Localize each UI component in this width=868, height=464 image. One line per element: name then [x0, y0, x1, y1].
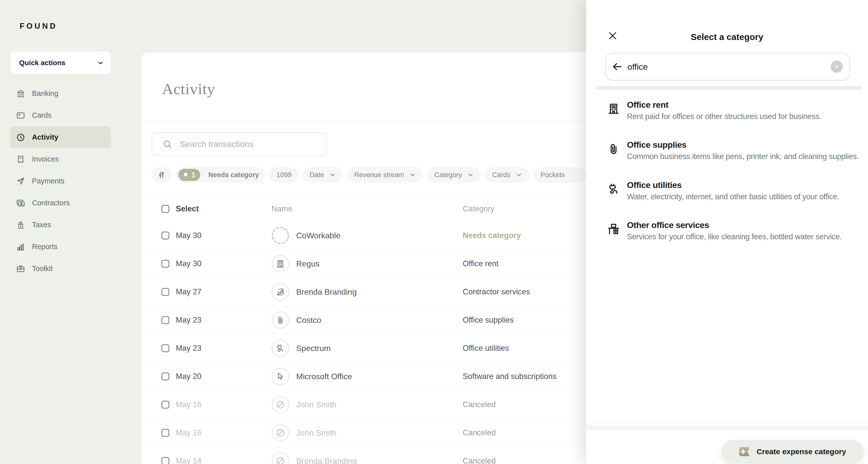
sidebar-item-banking[interactable]: Banking [10, 82, 111, 104]
sidebar-item-label: Contractors [32, 199, 70, 207]
sidebar-item-payments[interactable]: Payments [10, 170, 111, 192]
needs-category-badge: 1 [178, 169, 200, 181]
filters-button[interactable] [151, 167, 171, 183]
quick-actions-button[interactable]: Quick actions [10, 52, 111, 74]
slash-icon [272, 396, 289, 413]
transaction-name: Brenda Branding [296, 287, 357, 296]
search-transactions-input[interactable] [180, 139, 319, 149]
category-option-office-rent[interactable]: Office rent Rent paid for offices or oth… [607, 99, 858, 122]
category-option-office-supplies[interactable]: Office supplies Common business items li… [607, 139, 858, 162]
sidebar-item-label: Activity [32, 133, 58, 141]
transaction-name: Costco [296, 315, 321, 325]
chip-date[interactable]: Date [303, 167, 343, 183]
row-checkbox[interactable] [161, 429, 169, 437]
chip-1099[interactable]: 1099 [270, 167, 298, 183]
chip-label: Date [310, 171, 324, 179]
clear-search-button[interactable] [831, 61, 843, 73]
chip-pockets[interactable]: Pockets [534, 167, 586, 183]
sidebar-item-label: Banking [32, 89, 58, 98]
transaction-category: Canceled [463, 428, 496, 437]
found-logo: FOUND [20, 22, 57, 31]
transaction-date: May 30 [176, 231, 202, 240]
search-transactions [152, 132, 327, 156]
transaction-category: Office utilities [463, 344, 509, 353]
transaction-name: Microsoft Office [296, 372, 352, 381]
sidebar-item-reports[interactable]: Reports [10, 236, 111, 258]
transaction-name: Brenda Branding [296, 456, 357, 464]
category-description: Common business items like pens, printer… [627, 151, 859, 162]
panel-title: Select a category [586, 32, 868, 42]
chip-revenue-stream[interactable]: Revenue stream [347, 167, 423, 183]
row-checkbox[interactable] [161, 260, 169, 267]
send-icon [16, 177, 25, 186]
row-checkbox[interactable] [161, 401, 169, 408]
cursor-icon [272, 368, 289, 385]
chip-label: Revenue stream [354, 171, 404, 179]
transaction-name: Regus [296, 259, 320, 268]
filter-chips: 1 Needs category 1099 Date Revenue strea… [151, 167, 586, 183]
capitol-icon [16, 221, 25, 230]
transaction-name: CoWorkable [296, 231, 340, 240]
row-checkbox[interactable] [161, 372, 169, 380]
arrow-left-icon[interactable] [611, 61, 623, 72]
transaction-date: May 27 [176, 287, 202, 296]
sidebar-item-cards[interactable]: Cards [10, 104, 111, 126]
invoice-icon [16, 155, 25, 164]
dashed-circle-icon [272, 227, 289, 244]
signature-icon [272, 283, 289, 301]
sidebar-item-label: Payments [32, 177, 64, 185]
sidebar-item-taxes[interactable]: Taxes [10, 214, 111, 236]
select-all-checkbox[interactable] [161, 205, 169, 213]
search-icon [162, 139, 172, 149]
transaction-name: John Smith [296, 428, 337, 437]
transaction-category[interactable]: Needs category [463, 231, 521, 240]
transaction-category: Software and subscriptions [463, 372, 556, 381]
transaction-date: May 14 [176, 457, 202, 464]
tag-plus-icon [739, 447, 750, 457]
select-category-panel: Select a category Office rent Rent paid … [586, 0, 868, 464]
transaction-category: Canceled [463, 457, 496, 464]
create-expense-category-button[interactable]: Create expense category [721, 440, 864, 464]
row-checkbox[interactable] [161, 232, 169, 239]
row-checkbox[interactable] [161, 344, 169, 352]
category-title: Office rent [627, 99, 822, 110]
category-option-other-office-services[interactable]: Other office services Services for your … [607, 220, 858, 242]
sidebar-item-contractors[interactable]: Contractors [10, 192, 111, 214]
row-checkbox[interactable] [161, 288, 169, 296]
sidebar-item-label: Taxes [32, 221, 51, 229]
transaction-date: May 23 [176, 316, 202, 325]
building-icon [607, 102, 620, 117]
transaction-name: John Smith [296, 400, 337, 409]
plug-icon [607, 183, 620, 197]
sidebar-item-invoices[interactable]: Invoices [10, 148, 111, 170]
row-checkbox[interactable] [161, 457, 169, 464]
row-checkbox[interactable] [161, 316, 169, 324]
chip-label: 1099 [276, 171, 291, 179]
desk-icon [607, 223, 620, 237]
sidebar-item-label: Toolkit [32, 264, 53, 273]
chip-label: Cards [492, 171, 510, 179]
category-option-office-utilities[interactable]: Office utilities Water, electricity, int… [607, 179, 858, 202]
chip-cards[interactable]: Cards [485, 167, 529, 183]
transaction-date: May 16 [176, 400, 202, 409]
transaction-name: Spectrum [296, 343, 331, 353]
clock-icon [16, 133, 25, 142]
sidebar-item-toolkit[interactable]: Toolkit [10, 258, 111, 279]
chevron-down-icon [97, 59, 104, 67]
chip-label: Needs category [208, 171, 259, 179]
chip-label: Category [434, 171, 462, 179]
plug-icon [272, 339, 289, 357]
sidebar-item-label: Cards [32, 111, 51, 120]
sidebar-item-activity[interactable]: Activity [10, 126, 111, 148]
briefcase-icon [16, 264, 25, 273]
sidebar-nav: Banking Cards Activity Invoices Payments… [10, 82, 111, 279]
chip-needs-category[interactable]: 1 Needs category [176, 167, 265, 183]
bell-icon [182, 172, 189, 178]
sliders-icon [157, 170, 166, 179]
chevron-down-icon [467, 171, 474, 178]
building-icon [272, 255, 289, 272]
category-search-input[interactable] [627, 62, 831, 72]
paperclip-icon [272, 311, 289, 329]
x-circle-icon [834, 63, 840, 70]
chip-category[interactable]: Category [428, 167, 481, 183]
